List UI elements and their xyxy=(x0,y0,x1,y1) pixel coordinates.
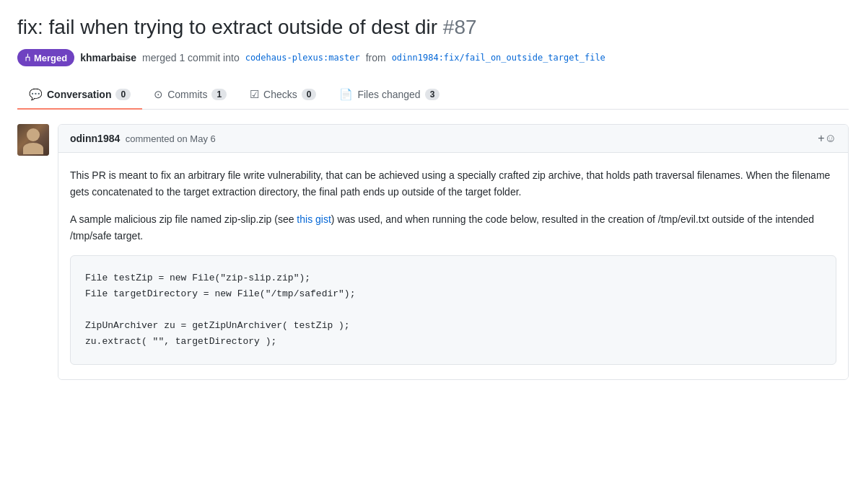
code-block: File testZip = new File("zip-slip.zip");… xyxy=(70,255,836,365)
tab-bar: 💬 Conversation 0 ⊙ Commits 1 ☑ Checks 0 … xyxy=(17,81,849,110)
pr-action-text: merged 1 commit into xyxy=(142,52,240,63)
tab-files-changed-count: 3 xyxy=(425,89,440,100)
add-reaction-button[interactable]: +☺ xyxy=(818,132,836,145)
pr-title: fix: fail when trying to extract outside… xyxy=(17,14,849,40)
tab-checks-count: 0 xyxy=(302,89,317,100)
comment-date: commented on May 6 xyxy=(123,133,216,144)
comment-body: This PR is meant to fix an arbitrary fil… xyxy=(58,153,848,379)
pr-author[interactable]: khmarbaise xyxy=(80,52,136,63)
comment-author[interactable]: odinn1984 xyxy=(70,133,120,144)
comment-box: odinn1984 commented on May 6 +☺ This PR … xyxy=(58,124,849,380)
comment-paragraph-1: This PR is meant to fix an arbitrary fil… xyxy=(70,167,836,200)
pr-target-branch[interactable]: codehaus-plexus:master xyxy=(245,53,360,63)
pr-title-text: fix: fail when trying to extract outside… xyxy=(17,16,437,38)
tab-files-changed[interactable]: 📄 Files changed 3 xyxy=(328,81,451,110)
conversation-icon: 💬 xyxy=(29,88,43,101)
pr-meta: ⑃ Merged khmarbaise merged 1 commit into… xyxy=(17,49,849,66)
tab-files-changed-label: Files changed xyxy=(357,89,420,100)
tab-checks[interactable]: ☑ Checks 0 xyxy=(238,81,328,110)
merge-icon: ⑃ xyxy=(25,52,30,63)
merged-badge: ⑃ Merged xyxy=(17,49,74,66)
commits-icon: ⊙ xyxy=(154,88,163,101)
pr-status-label: Merged xyxy=(34,53,67,63)
tab-checks-label: Checks xyxy=(263,89,297,100)
tab-conversation-count: 0 xyxy=(115,89,131,100)
tab-commits-label: Commits xyxy=(167,89,207,100)
checks-icon: ☑ xyxy=(250,88,259,101)
avatar xyxy=(17,124,49,156)
tab-commits-count: 1 xyxy=(211,89,227,100)
tab-conversation[interactable]: 💬 Conversation 0 xyxy=(17,81,142,110)
pr-from-text: from xyxy=(366,52,386,63)
comment-paragraph-2: A sample malicious zip file named zip-sl… xyxy=(70,211,836,244)
tab-commits[interactable]: ⊙ Commits 1 xyxy=(142,81,238,110)
avatar-image xyxy=(17,124,49,156)
pr-number: #87 xyxy=(443,16,477,38)
this-gist-link[interactable]: this gist xyxy=(297,213,331,225)
comment-header: odinn1984 commented on May 6 +☺ xyxy=(58,125,848,153)
tab-conversation-label: Conversation xyxy=(47,89,111,100)
comment-section: odinn1984 commented on May 6 +☺ This PR … xyxy=(17,124,849,380)
comment-header-info: odinn1984 commented on May 6 xyxy=(70,133,216,144)
pr-source-branch[interactable]: odinn1984:fix/fail_on_outside_target_fil… xyxy=(392,53,605,63)
files-changed-icon: 📄 xyxy=(339,88,353,101)
